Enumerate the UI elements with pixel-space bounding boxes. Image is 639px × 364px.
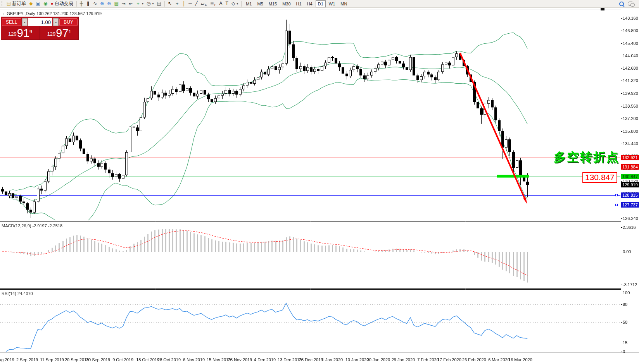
price-chart-canvas[interactable] — [0, 0, 639, 364]
label-button[interactable]: T — [224, 0, 230, 7]
date-axis-label: 2 Sep 2019 — [16, 357, 38, 362]
sell-button[interactable]: SELL — [2, 18, 21, 26]
timeframe-m5[interactable]: M5 — [255, 0, 265, 7]
hline-price-tag: 130.847 — [621, 174, 639, 179]
date-axis-label: 13 Dec 2019 — [278, 357, 302, 362]
search-icon[interactable] — [619, 2, 624, 6]
buy-price-button[interactable]: 129 97 1 — [40, 26, 79, 39]
vline-button[interactable]: │ — [181, 0, 187, 7]
broadcast-button[interactable]: ◉ — [42, 0, 49, 7]
date-axis-label: 15 Nov 2019 — [207, 357, 231, 362]
date-axis-label: 10 Jan 2020 — [345, 357, 369, 362]
bar-chart-icon: ╫ — [80, 1, 83, 6]
cursor-button[interactable]: ↖ — [166, 0, 173, 7]
volume-decrease-button[interactable]: ▼ — [22, 18, 28, 26]
timeframe-w1[interactable]: W1 — [326, 0, 338, 7]
periods-button[interactable]: ◷▾ — [145, 0, 155, 7]
zoom-in-icon: ⊕ — [100, 1, 104, 6]
macd-axis-tick: -3.1712 — [623, 282, 637, 287]
sell-price-pips: 91 — [17, 27, 29, 39]
chevron-down-icon: ▾ — [237, 2, 238, 5]
date-axis-label: 25 Nov 2019 — [228, 357, 252, 362]
channel-button[interactable]: ▱E — [199, 0, 209, 7]
chart-symbol-period: GBPJPY-,Daily — [7, 11, 35, 16]
chevron-down-icon: ▾ — [142, 2, 143, 5]
fibonacci-button[interactable]: ≣F — [209, 0, 218, 7]
rsi-axis-tick: 15 — [623, 340, 627, 345]
bar-chart-button[interactable]: ╫ — [78, 0, 85, 7]
trendline-icon: ╱ — [195, 1, 198, 6]
crosshair-icon: ＋ — [175, 1, 180, 6]
timeframe-m1[interactable]: M1 — [244, 0, 254, 7]
price-axis-tick: 134.440 — [623, 141, 638, 146]
templates-button[interactable]: ▤ — [155, 0, 162, 7]
date-axis-label: 4 Dec 2019 — [254, 357, 276, 362]
terminal-button[interactable]: ▣ — [35, 0, 42, 7]
timeframe-m15[interactable]: M15 — [266, 0, 279, 7]
sell-price-button[interactable]: 129 91 9 — [1, 26, 40, 39]
crosshair-button[interactable]: ＋ — [173, 0, 181, 7]
toolbar-right-group — [619, 2, 639, 6]
hline-button[interactable]: ─ — [187, 0, 193, 7]
hline-price-tag: 127.737 — [621, 202, 639, 208]
order-icon: ▤ — [7, 1, 11, 6]
date-axis-label: 11 Sep 2019 — [40, 357, 64, 362]
price-axis-tick: 146.800 — [623, 28, 638, 33]
autotrade-button[interactable]: ●自动交易 — [49, 0, 74, 7]
price-axis-tick: 126.240 — [623, 216, 638, 221]
date-axis-label: 30 Sep 2019 — [86, 357, 110, 362]
trendline-button[interactable]: ╱ — [193, 0, 199, 7]
channel-icon: ▱ — [201, 1, 204, 6]
support-price-callout: 130.847 — [582, 172, 617, 183]
price-axis-tick: 137.200 — [623, 116, 638, 121]
candlestick-button[interactable]: ❚ — [85, 0, 92, 7]
indicators-button[interactable]: ＋▾ — [134, 0, 145, 7]
zoom-out-button[interactable]: ⊖ — [105, 0, 112, 7]
buy-button[interactable]: BUY — [59, 18, 78, 26]
chart-shift-icon: ⇤ — [129, 1, 133, 6]
date-axis-label: 29 Jan 2020 — [392, 357, 415, 362]
text-label-icon: T — [226, 1, 228, 6]
date-axis-label: 28 Oct 2019 — [157, 357, 181, 362]
date-axis-label: 23 Dec 2019 — [299, 357, 323, 362]
timeframe-h4[interactable]: H4 — [305, 0, 315, 7]
tile-windows-button[interactable]: ▦ — [112, 0, 120, 7]
price-axis-tick: 139.920 — [623, 91, 638, 96]
bid-price-tag: 129.919 — [621, 182, 639, 187]
new-order-button[interactable]: ▤新订单 — [5, 0, 28, 7]
line-chart-button[interactable]: ∿ — [92, 0, 98, 7]
macd-label: MACD(12,26,9) -2.9197 -2.2518 — [2, 223, 62, 228]
fibonacci-icon-suffix: F — [214, 3, 216, 7]
timeframe-h1[interactable]: H1 — [294, 0, 304, 7]
rsi-axis-tick: 0 — [623, 349, 625, 354]
volume-increase-button[interactable]: ▲ — [53, 18, 59, 26]
chart-title-marker-icon: ▪ — [3, 12, 4, 16]
ohlc-close: 129.919 — [86, 11, 102, 16]
price-axis-tick: 148.160 — [623, 16, 638, 21]
macd-axis-tick: 2.3616 — [623, 225, 636, 230]
chart-shift-button[interactable]: ⇤ — [127, 0, 134, 7]
price-axis-tick: 145.400 — [623, 41, 638, 46]
price-axis-tick: 144.040 — [623, 53, 638, 58]
timeframe-d1[interactable]: D1 — [316, 0, 326, 7]
sell-price-point: 9 — [29, 29, 32, 34]
autotrade-icon: ● — [50, 1, 53, 6]
toolbar-drawing-group: ↖＋│─╱▱E≣FAT◇▾ — [166, 0, 240, 7]
timeframe-mn[interactable]: MN — [338, 0, 349, 7]
trade-panel-price-row: 129 91 9 129 97 1 — [1, 26, 78, 39]
autotrade-button-label: 自动交易 — [55, 0, 73, 7]
auto-scroll-button[interactable]: ⇥ — [120, 0, 127, 7]
timeframe-m30[interactable]: M30 — [280, 0, 293, 7]
text-icon: A — [219, 1, 223, 6]
chat-icon[interactable] — [628, 2, 634, 6]
gold-button[interactable]: ◆ — [28, 0, 34, 7]
zoom-in-button[interactable]: ⊕ — [98, 0, 105, 7]
hline-price-tag: 128.815 — [621, 192, 639, 198]
broadcast-icon: ◉ — [43, 1, 47, 6]
text-button[interactable]: A — [218, 0, 224, 7]
volume-input[interactable] — [28, 18, 52, 26]
shapes-button[interactable]: ◇▾ — [230, 0, 240, 7]
date-axis-label: 6 Mar 2020 — [488, 357, 510, 362]
fibonacci-icon: ≣ — [210, 1, 214, 6]
shapes-icon: ◇ — [231, 1, 235, 6]
